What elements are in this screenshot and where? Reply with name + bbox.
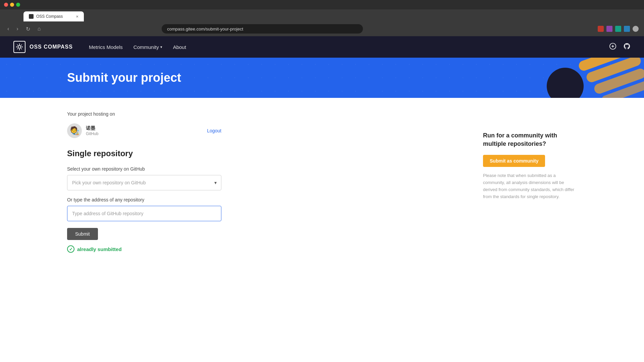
user-details: 诺墨 GitHub: [86, 125, 203, 136]
repo-address-input[interactable]: [67, 206, 221, 221]
community-note: Please note that when submitted as a com…: [483, 172, 577, 200]
user-info-row: 🧑‍🎨 诺墨 GitHub Logout: [67, 123, 221, 138]
repo-select[interactable]: Pick your own repository on GitHub: [67, 175, 221, 190]
success-text: alreadly sumbitted: [77, 246, 122, 252]
browser-tab[interactable]: OSS Compass ✕: [23, 11, 84, 21]
back-button[interactable]: ‹: [5, 24, 11, 33]
logo-icon: [13, 41, 25, 53]
header-right: [609, 43, 631, 52]
extension-icon[interactable]: [598, 26, 604, 32]
avatar: 🧑‍🎨: [67, 123, 82, 138]
nav-about[interactable]: About: [173, 44, 186, 50]
logo-text: OSS COMPASS: [30, 44, 73, 50]
submit-button[interactable]: Submit: [67, 228, 98, 240]
hero-title: Submit your project: [67, 71, 181, 85]
tab-title: OSS Compass: [36, 14, 63, 19]
gitee-icon[interactable]: [609, 43, 616, 52]
forward-button[interactable]: ›: [14, 24, 20, 33]
select-label: Select your own repository on GitHub: [67, 166, 221, 172]
nav-community[interactable]: Community ▾: [133, 44, 162, 50]
refresh-button[interactable]: ↻: [24, 24, 32, 34]
svg-point-0: [18, 46, 21, 48]
community-dropdown-icon: ▾: [160, 45, 162, 49]
extension-icon-3[interactable]: [615, 26, 621, 32]
extension-icon-4[interactable]: [624, 26, 630, 32]
hero-banner: Submit your project: [0, 58, 644, 98]
logo-svg: [15, 43, 23, 51]
logo-area[interactable]: OSS COMPASS: [13, 41, 73, 53]
browser-actions: [598, 26, 639, 32]
hosting-label: Your project hosting on: [67, 111, 221, 117]
success-message: ✓ alreadly sumbitted: [67, 245, 221, 253]
community-title: Run for a community with multiple reposi…: [483, 131, 577, 148]
section-title: Single repository: [67, 149, 221, 158]
repo-select-wrapper: Pick your own repository on GitHub ▾: [67, 175, 221, 190]
github-icon[interactable]: [623, 43, 631, 52]
main-content: Your project hosting on 🧑‍🎨 诺墨 GitHub Lo…: [0, 98, 644, 266]
app-header: OSS COMPASS Metrics Models Community ▾ A…: [0, 36, 644, 58]
traffic-light-green[interactable]: [16, 3, 20, 7]
main-nav: Metrics Models Community ▾ About: [89, 44, 186, 50]
user-name: 诺墨: [86, 125, 203, 131]
extension-icon-2[interactable]: [606, 26, 612, 32]
user-platform: GitHub: [86, 131, 203, 136]
right-panel: Run for a community with multiple reposi…: [483, 111, 577, 253]
browser-chrome: [0, 0, 644, 9]
browser-address-bar: ‹ › ↻ ⌂: [0, 21, 644, 36]
tab-favicon: [29, 14, 34, 19]
traffic-light-yellow[interactable]: [10, 3, 14, 7]
left-panel: Your project hosting on 🧑‍🎨 诺墨 GitHub Lo…: [67, 111, 221, 253]
hero-decoration: [530, 58, 644, 98]
home-button[interactable]: ⌂: [36, 24, 43, 33]
type-label: Or type the address of any repository: [67, 197, 221, 202]
submit-community-button[interactable]: Submit as community: [483, 155, 545, 167]
success-icon: ✓: [67, 245, 74, 253]
nav-metrics-models[interactable]: Metrics Models: [89, 44, 123, 50]
address-bar[interactable]: [162, 24, 363, 34]
community-card: Run for a community with multiple reposi…: [483, 131, 577, 200]
profile-icon[interactable]: [633, 26, 639, 32]
logout-link[interactable]: Logout: [207, 128, 221, 133]
tab-close-button[interactable]: ✕: [76, 15, 78, 18]
browser-tab-bar: OSS Compass ✕: [0, 9, 644, 21]
hero-yellow-svg: [577, 58, 644, 98]
traffic-light-red[interactable]: [4, 3, 8, 7]
